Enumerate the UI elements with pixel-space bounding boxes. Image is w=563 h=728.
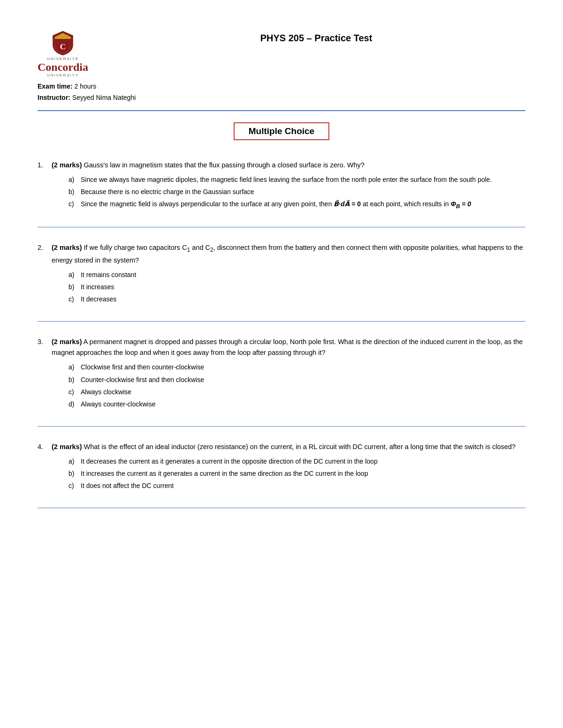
page-header: C UNIVERSITÉ Concordia UNIVERSITY PHYS 2… bbox=[38, 28, 525, 77]
question-3-answer-c: c) Always clockwise bbox=[68, 387, 525, 398]
divider-4 bbox=[38, 508, 525, 508]
divider-3 bbox=[38, 426, 525, 427]
header-divider bbox=[38, 110, 525, 111]
question-1-text: 1. (2 marks) Gauss's law in magnetism st… bbox=[38, 160, 525, 212]
question-4-answers: a) It decreases the current as it genera… bbox=[52, 456, 525, 491]
question-2-answer-a: a) It remains constant bbox=[68, 270, 525, 280]
question-3-content: A permanent magnet is dropped and passes… bbox=[52, 338, 523, 356]
answer-letter: b) bbox=[68, 375, 78, 385]
answer-letter: a) bbox=[68, 362, 78, 373]
question-1-marks: (2 marks) bbox=[52, 161, 82, 169]
question-1: 1. (2 marks) Gauss's law in magnetism st… bbox=[38, 153, 525, 218]
question-4-marks: (2 marks) bbox=[52, 443, 82, 450]
answer-letter: c) bbox=[68, 480, 78, 491]
question-4-answer-b: b) It increases the current as it genera… bbox=[68, 468, 525, 479]
question-4-content: What is the effect of an ideal inductor … bbox=[84, 443, 516, 450]
answer-text: Because there is no electric charge in t… bbox=[81, 187, 254, 197]
answer-letter: a) bbox=[68, 456, 78, 467]
logo-name: UNIVERSITÉ Concordia UNIVERSITY bbox=[38, 57, 88, 77]
answer-text: It remains constant bbox=[81, 270, 136, 280]
instructor-label: Instructor: bbox=[38, 94, 70, 101]
title-area: PHYS 205 – Practice Test bbox=[107, 28, 525, 44]
answer-letter: c) bbox=[68, 199, 78, 210]
answer-text: Always counter-clockwise bbox=[81, 399, 156, 410]
exam-time-value-text: 2 hours bbox=[75, 83, 97, 90]
question-2-marks: (2 marks) bbox=[52, 244, 82, 251]
exam-title: PHYS 205 – Practice Test bbox=[260, 33, 373, 44]
answer-text: Since we always have magnetic dipoles, t… bbox=[81, 174, 492, 185]
answer-text: It does not affect the DC current bbox=[81, 480, 174, 491]
question-4: 4. (2 marks) What is the effect of an id… bbox=[38, 435, 525, 499]
question-3-num: 3. bbox=[38, 337, 48, 411]
divider-1 bbox=[38, 227, 525, 227]
section-title-wrapper: Multiple Choice bbox=[38, 118, 525, 149]
question-1-content: Gauss's law in magnetism states that the… bbox=[84, 161, 365, 169]
answer-text: Counter-clockwise first and then clockwi… bbox=[81, 375, 204, 385]
question-4-answer-c: c) It does not affect the DC current bbox=[68, 480, 525, 491]
answer-letter: c) bbox=[68, 387, 78, 398]
logo-university: UNIVERSITY bbox=[38, 73, 88, 77]
question-2-text: 2. (2 marks) If we fully charge two capa… bbox=[38, 242, 525, 306]
exam-time-label: Exam time: bbox=[38, 83, 73, 90]
answer-letter: a) bbox=[68, 174, 78, 185]
question-3: 3. (2 marks) A permanent magnet is dropp… bbox=[38, 330, 525, 418]
answer-text: It decreases the current as it generates… bbox=[81, 456, 378, 467]
question-2: 2. (2 marks) If we fully charge two capa… bbox=[38, 236, 525, 313]
question-2-answer-b: b) It increases bbox=[68, 282, 525, 293]
question-4-text: 4. (2 marks) What is the effect of an id… bbox=[38, 442, 525, 493]
question-3-marks: (2 marks) bbox=[52, 338, 82, 345]
instructor-value-text: Seyyed Nima Nateghi bbox=[72, 94, 136, 101]
logo-area: C UNIVERSITÉ Concordia UNIVERSITY bbox=[38, 30, 88, 77]
answer-letter: c) bbox=[68, 294, 78, 305]
answer-text: It decreases bbox=[81, 294, 116, 305]
question-1-answer-b: b) Because there is no electric charge i… bbox=[68, 187, 525, 197]
question-1-body: (2 marks) Gauss's law in magnetism state… bbox=[52, 160, 525, 212]
question-3-answer-d: d) Always counter-clockwise bbox=[68, 399, 525, 410]
question-1-num: 1. bbox=[38, 160, 48, 212]
answer-text: It increases bbox=[81, 282, 114, 293]
logo-universite: UNIVERSITÉ bbox=[38, 57, 88, 61]
answer-letter: d) bbox=[68, 399, 78, 410]
question-3-text: 3. (2 marks) A permanent magnet is dropp… bbox=[38, 337, 525, 411]
question-2-num: 2. bbox=[38, 242, 48, 306]
question-3-answer-b: b) Counter-clockwise first and then cloc… bbox=[68, 375, 525, 385]
question-list: 1. (2 marks) Gauss's law in magnetism st… bbox=[38, 153, 525, 508]
question-3-body: (2 marks) A permanent magnet is dropped … bbox=[52, 337, 525, 411]
question-2-answers: a) It remains constant b) It increases c… bbox=[52, 270, 525, 305]
question-3-answer-a: a) Clockwise first and then counter-cloc… bbox=[68, 362, 525, 373]
instructor-line: Instructor: Seyyed Nima Nateghi bbox=[38, 92, 525, 104]
question-4-answer-a: a) It decreases the current as it genera… bbox=[68, 456, 525, 467]
answer-letter: b) bbox=[68, 187, 78, 197]
section-title-box: Multiple Choice bbox=[234, 122, 329, 140]
answer-text: It increases the current as it generates… bbox=[81, 468, 368, 479]
question-4-num: 4. bbox=[38, 442, 48, 493]
question-1-answer-a: a) Since we always have magnetic dipoles… bbox=[68, 174, 525, 185]
concordia-shield-icon: C bbox=[51, 30, 75, 56]
answer-letter: a) bbox=[68, 270, 78, 280]
divider-2 bbox=[38, 321, 525, 322]
question-3-answers: a) Clockwise first and then counter-cloc… bbox=[52, 362, 525, 409]
svg-text:C: C bbox=[60, 42, 66, 51]
question-4-body: (2 marks) What is the effect of an ideal… bbox=[52, 442, 525, 493]
answer-text: Since the magnetic field is always perpe… bbox=[81, 199, 471, 210]
answer-letter: b) bbox=[68, 282, 78, 293]
logo-concordia: Concordia bbox=[38, 61, 88, 73]
answer-letter: b) bbox=[68, 468, 78, 479]
question-1-answers: a) Since we always have magnetic dipoles… bbox=[52, 174, 525, 210]
question-2-answer-c: c) It decreases bbox=[68, 294, 525, 305]
answer-text: Always clockwise bbox=[81, 387, 131, 398]
question-1-answer-c: c) Since the magnetic field is always pe… bbox=[68, 199, 525, 210]
exam-info: Exam time: 2 hours Instructor: Seyyed Ni… bbox=[38, 81, 525, 104]
question-2-body: (2 marks) If we fully charge two capacit… bbox=[52, 242, 525, 306]
exam-time-line: Exam time: 2 hours bbox=[38, 81, 525, 92]
question-2-content: If we fully charge two capacitors C1 and… bbox=[52, 244, 523, 263]
answer-text: Clockwise first and then counter-clockwi… bbox=[81, 362, 204, 373]
